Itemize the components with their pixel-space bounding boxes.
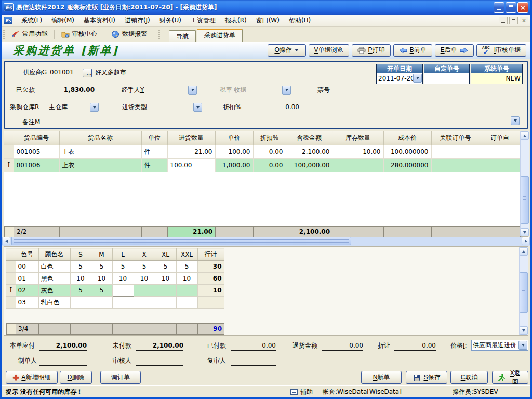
cell-related-order[interactable] bbox=[431, 158, 480, 172]
mdi-restore-button[interactable] bbox=[509, 17, 518, 24]
menu-system[interactable]: 系统(F) bbox=[17, 15, 47, 26]
cell-discount[interactable]: 0.00 bbox=[253, 145, 286, 158]
supplier-lookup-button[interactable]: … bbox=[83, 69, 92, 77]
common-functions-button[interactable]: 常用功能 bbox=[6, 28, 52, 41]
warehouse-dropdown-button[interactable] bbox=[90, 103, 99, 112]
pull-order-button[interactable]: 调订单 bbox=[100, 371, 141, 384]
cell-price[interactable]: 100.00 bbox=[215, 145, 253, 158]
cell-stock[interactable] bbox=[332, 158, 383, 172]
cell-item-code[interactable]: 001005 bbox=[14, 145, 59, 158]
cell-related-order[interactable] bbox=[431, 145, 480, 158]
handler-combo[interactable] bbox=[148, 86, 197, 95]
menu-window[interactable]: 窗口(W) bbox=[251, 15, 284, 26]
previous-document-button[interactable]: B前单 bbox=[393, 44, 432, 57]
scroll-down-button[interactable] bbox=[520, 326, 528, 335]
tab-purchase-order[interactable]: 采购进货单 bbox=[197, 29, 243, 42]
cell-discount[interactable]: 0.00 bbox=[253, 158, 286, 172]
menu-basedata[interactable]: 基本资料(I) bbox=[79, 15, 120, 26]
audit-center-button[interactable]: 审核中心 bbox=[56, 28, 102, 41]
cell-qty-editing[interactable]: 100.00 bbox=[167, 158, 215, 172]
restore-button[interactable] bbox=[506, 2, 516, 13]
cell-cost[interactable]: 100.000000 bbox=[383, 145, 431, 158]
menu-inventory[interactable]: 进销存(J) bbox=[120, 15, 155, 26]
date-dropdown-button[interactable] bbox=[413, 74, 422, 83]
cell-stock[interactable]: 10.00 bbox=[332, 145, 383, 158]
matrix-row[interactable]: 03 乳白色 bbox=[6, 297, 224, 309]
table-row-selected[interactable]: I 001006 上衣 件 100.00 1,000.00 0.00 100,0… bbox=[4, 158, 520, 172]
row-selector[interactable] bbox=[6, 261, 16, 273]
custom-number-field[interactable] bbox=[424, 73, 469, 84]
cell-price[interactable]: 1,000.00 bbox=[215, 158, 253, 172]
add-detail-button[interactable]: ✚ A新增明细 bbox=[6, 371, 58, 384]
tax-dropdown-button[interactable] bbox=[282, 86, 291, 95]
row-selector[interactable] bbox=[6, 273, 16, 285]
minimize-button[interactable] bbox=[494, 2, 504, 13]
cell-order-auto[interactable] bbox=[480, 158, 520, 172]
scroll-left-button[interactable] bbox=[2, 237, 10, 245]
remark-field[interactable] bbox=[44, 118, 508, 127]
ticket-number-field[interactable] bbox=[334, 86, 389, 95]
scroll-up-button[interactable] bbox=[520, 247, 528, 256]
grid-vertical-scrollbar[interactable] bbox=[520, 131, 529, 236]
back-button[interactable]: X返回 bbox=[492, 371, 528, 384]
price-mode-combo[interactable]: 供应商最近进价 bbox=[471, 340, 528, 351]
new-document-button[interactable]: N新单 bbox=[361, 371, 402, 384]
row-selector[interactable] bbox=[6, 297, 16, 309]
discount-field[interactable]: 0.00 bbox=[252, 103, 299, 112]
cell-order-auto[interactable] bbox=[480, 145, 520, 158]
print-button[interactable]: P打印 bbox=[352, 44, 391, 57]
cell-unit[interactable]: 件 bbox=[141, 145, 167, 158]
cancel-button[interactable]: C取消 bbox=[450, 371, 488, 384]
browse-documents-button[interactable]: V单据浏览 bbox=[309, 44, 349, 57]
matrix-row-selected[interactable]: I 02 灰色 5 5 10 bbox=[6, 285, 224, 297]
tab-navigation[interactable]: 导航 bbox=[169, 30, 196, 42]
supplier-name-field[interactable]: 好又多超市 bbox=[95, 68, 198, 77]
tax-type-combo[interactable]: 收据 bbox=[234, 86, 291, 95]
mdi-close-button[interactable]: × bbox=[520, 17, 528, 24]
row-selector[interactable] bbox=[4, 145, 14, 158]
menu-edit[interactable]: 编辑(M) bbox=[47, 15, 79, 26]
cell-amount[interactable]: 100,000.00 bbox=[286, 158, 332, 172]
next-document-button[interactable]: E后单 bbox=[435, 44, 474, 57]
cell-qty[interactable]: 21.00 bbox=[167, 145, 215, 158]
purchase-type-combo[interactable] bbox=[151, 103, 202, 112]
scroll-thumb[interactable] bbox=[11, 237, 351, 245]
save-button[interactable]: S保存 bbox=[406, 371, 447, 384]
menu-help[interactable]: 帮助(H) bbox=[284, 15, 315, 26]
menu-payroll[interactable]: 工资管理 bbox=[186, 15, 220, 26]
supplier-code-field[interactable]: 001001 bbox=[50, 68, 81, 77]
mdi-minimize-button[interactable] bbox=[499, 17, 508, 24]
cell-item-name[interactable]: 上衣 bbox=[59, 158, 141, 172]
cell-item-name[interactable]: 上衣 bbox=[59, 145, 141, 158]
row-selector[interactable]: I bbox=[6, 285, 16, 297]
purchase-type-dropdown-button[interactable] bbox=[193, 103, 202, 112]
remark-dropdown-button[interactable] bbox=[511, 116, 520, 125]
row-selector[interactable]: I bbox=[4, 158, 14, 172]
cell-item-code[interactable]: 001006 bbox=[14, 158, 59, 172]
price-mode-dropdown-button[interactable] bbox=[518, 341, 527, 350]
operate-button[interactable]: O操作 bbox=[268, 44, 306, 57]
scroll-up-button[interactable] bbox=[521, 131, 529, 140]
scroll-thumb[interactable] bbox=[521, 176, 529, 224]
cell-amount[interactable]: 2,100.00 bbox=[286, 145, 332, 158]
data-alert-button[interactable]: 数据报警 bbox=[106, 28, 152, 41]
close-button[interactable]: × bbox=[517, 2, 528, 13]
open-date-field[interactable]: 2011-07-20 bbox=[377, 73, 422, 84]
table-row[interactable]: 001005 上衣 件 21.00 100.00 0.00 2,100.00 1… bbox=[4, 145, 520, 158]
audit-document-button[interactable]: ABC ✓ I审核单据 bbox=[476, 44, 526, 57]
warehouse-combo[interactable]: 主仓库 bbox=[49, 103, 99, 112]
matrix-row[interactable]: 00 白色 5 5 5 5 5 5 30 bbox=[6, 261, 224, 273]
handler-dropdown-button[interactable] bbox=[188, 86, 197, 95]
menu-finance[interactable]: 财务(U) bbox=[155, 15, 186, 26]
delete-button[interactable]: D删除 bbox=[60, 371, 92, 384]
matrix-cell-editing[interactable] bbox=[112, 285, 134, 297]
scroll-down-button[interactable] bbox=[521, 228, 529, 236]
menu-reports[interactable]: 报表(R) bbox=[220, 15, 251, 26]
cell-unit[interactable]: 件 bbox=[141, 158, 167, 172]
scroll-thumb[interactable] bbox=[520, 272, 528, 313]
grid-horizontal-scrollbar[interactable] bbox=[2, 237, 530, 246]
cell-cost[interactable]: 280.000000 bbox=[383, 158, 431, 172]
scroll-right-button[interactable] bbox=[522, 237, 530, 245]
matrix-row[interactable]: 01 黑色 10 10 10 10 10 10 60 bbox=[6, 273, 224, 285]
matrix-vertical-scrollbar[interactable] bbox=[519, 247, 528, 335]
